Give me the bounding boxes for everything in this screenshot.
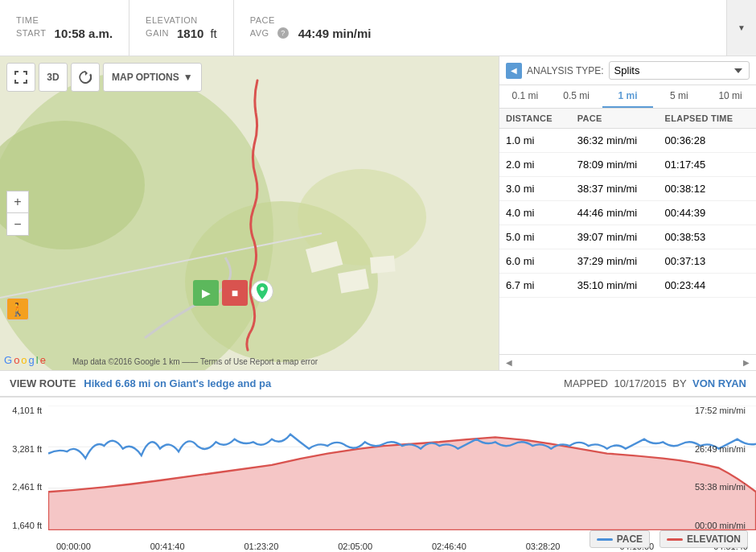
elapsed-cell: 01:17:45	[659, 153, 756, 177]
map-options-label: MAP OPTIONS	[112, 72, 179, 83]
panel-toggle-btn[interactable]: ◀	[506, 63, 522, 79]
gain-value: 1810	[177, 27, 203, 40]
route-info-bar: VIEW ROUTE Hiked 6.68 mi on Giant's ledg…	[0, 370, 756, 397]
map-play-controls: ▶ ■	[193, 280, 273, 306]
chart-y-labels-pace: 17:52 min/mi 26:49 min/mi 53:38 min/mi 0…	[692, 406, 756, 530]
pace-cell: 44:46 min/mi	[571, 201, 659, 225]
table-row: 1.0 mi 36:32 min/mi 00:36:28	[499, 129, 756, 153]
elapsed-cell: 00:44:39	[659, 201, 756, 225]
distance-cell: 4.0 mi	[499, 201, 571, 225]
elapsed-cell: 00:38:12	[659, 177, 756, 201]
x-label-5: 03:28:20	[526, 542, 561, 551]
route-name-link[interactable]: Hiked 6.68 mi on Giant's ledge and pa	[84, 377, 271, 389]
distance-cell: 3.0 mi	[499, 177, 571, 201]
start-value: 10:58 a.m.	[55, 27, 113, 40]
play-btn[interactable]: ▶	[193, 280, 219, 306]
pace-cell: 38:37 min/mi	[571, 177, 659, 201]
pace-legend-color	[597, 538, 613, 541]
map-container: 3D MAP OPTIONS ▼ 🚶 + − ▶ ■	[0, 56, 499, 370]
refresh-btn[interactable]	[71, 63, 100, 92]
table-row: 4.0 mi 44:46 min/mi 00:44:39	[499, 201, 756, 225]
fullscreen-btn[interactable]	[6, 63, 35, 92]
3d-label: 3D	[47, 72, 59, 83]
y-label-0: 4,101 ft	[0, 406, 45, 415]
avg-label: AVG	[250, 28, 269, 38]
stop-btn[interactable]: ■	[222, 280, 248, 306]
pace-label: PACE	[250, 15, 710, 25]
gain-label: GAIN	[146, 28, 169, 38]
info-icon[interactable]: ?	[277, 27, 289, 39]
tab-0.1mi[interactable]: 0.1 mi	[499, 85, 551, 108]
elevation-legend-label: ELEVATION	[687, 533, 741, 545]
chart-container: 4,101 ft 3,281 ft 2,461 ft 1,640 ft 17:5…	[0, 397, 756, 552]
map-toolbar: 3D MAP OPTIONS ▼	[6, 63, 202, 92]
tab-0.5mi[interactable]: 0.5 mi	[551, 85, 602, 108]
splits-panel: ◀ ANALYSIS TYPE: Splits Segments 0.1 mi …	[499, 56, 756, 370]
pace-y-1: 26:49 min/mi	[695, 444, 756, 454]
elapsed-cell: 00:36:28	[659, 129, 756, 153]
analysis-type-label: ANALYSIS TYPE:	[527, 65, 604, 76]
splits-data-table: DISTANCE PACE ELAPSED TIME 1.0 mi 36:32 …	[499, 109, 756, 298]
elevation-section: ELEVATION GAIN 1810 ft	[129, 0, 234, 56]
distance-cell: 6.7 mi	[499, 274, 571, 298]
distance-cell: 5.0 mi	[499, 225, 571, 249]
pace-legend-item: PACE	[590, 530, 650, 548]
3d-btn[interactable]: 3D	[39, 63, 68, 92]
x-label-0: 00:00:00	[56, 542, 91, 551]
distance-col-header: DISTANCE	[499, 109, 571, 129]
elevation-legend-item: ELEVATION	[659, 530, 748, 548]
gain-unit: ft	[210, 27, 216, 40]
start-label: START	[16, 28, 47, 38]
pace-section: PACE AVG ? 44:49 min/mi	[234, 0, 727, 56]
splits-header: ◀ ANALYSIS TYPE: Splits Segments	[499, 56, 756, 85]
analysis-type-select[interactable]: Splits Segments	[609, 61, 750, 80]
header-bar: TIME START 10:58 a.m. ELEVATION GAIN 181…	[0, 0, 756, 56]
route-mapped-info: MAPPED 10/17/2015 BY VON RYAN	[564, 377, 746, 389]
chart-legend: PACE ELEVATION	[590, 530, 748, 548]
by-label: BY	[672, 377, 686, 389]
prev-arrow[interactable]: ◀	[506, 358, 512, 367]
pace-cell: 36:32 min/mi	[571, 129, 659, 153]
table-row: 6.7 mi 35:10 min/mi 00:23:44	[499, 274, 756, 298]
zoom-in-btn[interactable]: +	[6, 191, 29, 213]
pace-cell: 37:29 min/mi	[571, 249, 659, 274]
tab-1mi[interactable]: 1 mi	[602, 85, 654, 108]
mapped-label: MAPPED	[564, 377, 608, 389]
next-arrow[interactable]: ▶	[743, 358, 750, 367]
google-logo: Google	[4, 354, 46, 366]
table-row: 3.0 mi 38:37 min/mi 00:38:12	[499, 177, 756, 201]
elapsed-cell: 00:38:53	[659, 225, 756, 249]
view-route-label: VIEW ROUTE	[10, 377, 76, 389]
mapped-date: 10/17/2015	[614, 377, 667, 389]
x-label-3: 02:05:00	[338, 542, 372, 551]
zoom-out-btn[interactable]: −	[6, 213, 29, 236]
tab-5mi[interactable]: 5 mi	[653, 85, 705, 108]
y-label-2: 2,461 ft	[0, 482, 45, 492]
x-label-1: 00:41:40	[150, 542, 185, 551]
x-label-2: 01:23:20	[244, 542, 278, 551]
author-link[interactable]: VON RYAN	[692, 377, 746, 389]
map-options-btn[interactable]: MAP OPTIONS ▼	[103, 63, 202, 92]
table-header-row: DISTANCE PACE ELAPSED TIME	[499, 109, 756, 129]
splits-nav: ◀ ▶	[499, 354, 756, 370]
elapsed-cell: 00:23:44	[659, 274, 756, 298]
chart-y-labels-elevation: 4,101 ft 3,281 ft 2,461 ft 1,640 ft	[0, 406, 48, 530]
map-zoom-controls: + −	[6, 191, 29, 236]
elapsed-col-header: ELAPSED TIME	[659, 109, 756, 129]
street-view-person[interactable]: 🚶	[6, 298, 29, 320]
svg-rect-7	[370, 255, 396, 274]
table-row: 6.0 mi 37:29 min/mi 00:37:13	[499, 249, 756, 274]
main-content: 3D MAP OPTIONS ▼ 🚶 + − ▶ ■	[0, 56, 756, 370]
tab-10mi[interactable]: 10 mi	[705, 85, 756, 108]
chart-svg	[48, 406, 756, 530]
table-row: 2.0 mi 78:09 min/mi 01:17:45	[499, 153, 756, 177]
marker-btn[interactable]	[251, 280, 273, 303]
y-label-3: 1,640 ft	[0, 521, 45, 530]
distance-cell: 2.0 mi	[499, 153, 571, 177]
table-row: 5.0 mi 39:07 min/mi 00:38:53	[499, 225, 756, 249]
pace-cell: 35:10 min/mi	[571, 274, 659, 298]
pace-cell: 39:07 min/mi	[571, 225, 659, 249]
pace-cell: 78:09 min/mi	[571, 153, 659, 177]
header-dropdown-btn[interactable]: ▼	[727, 0, 756, 56]
map-copyright: Map data ©2016 Google 1 km —— Terms of U…	[72, 357, 499, 366]
